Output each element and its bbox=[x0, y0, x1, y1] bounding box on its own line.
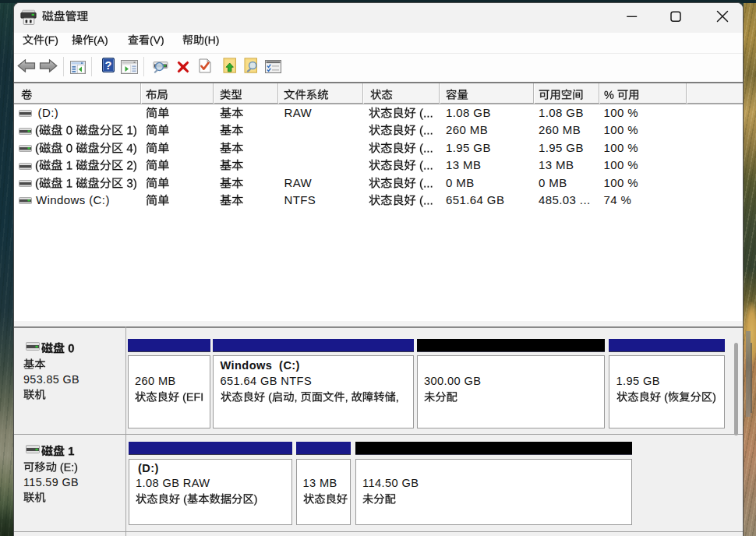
svg-text:?: ? bbox=[105, 59, 112, 72]
